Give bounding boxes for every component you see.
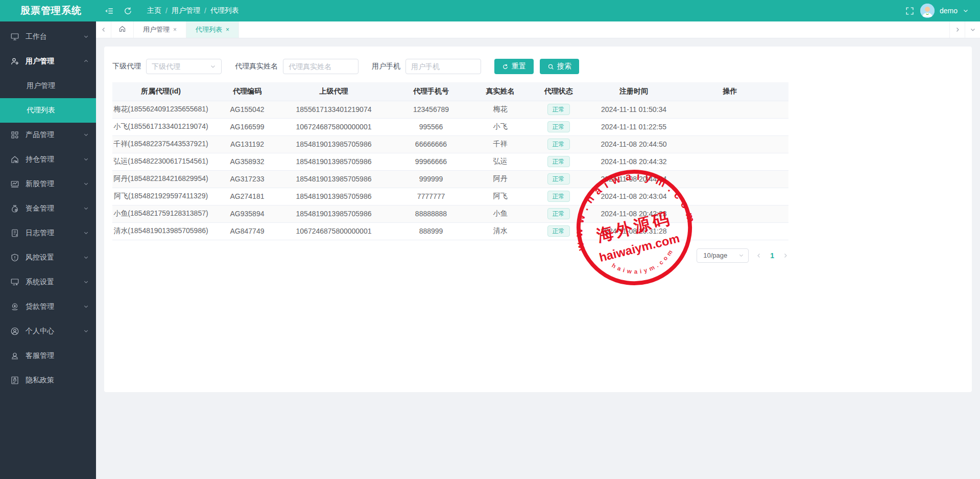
table-cell: AG131192 [209,135,285,153]
status-badge: 正常 [547,191,570,202]
table-row: 小飞(1855617133401219074)AG166599106724687… [112,118,788,135]
home-icon [118,25,126,34]
breadcrumb-user-mgmt[interactable]: 用户管理 [172,6,200,15]
collapse-menu-icon[interactable] [104,6,114,16]
app-title: 股票管理系统 [0,4,96,17]
table-cell [672,101,788,118]
table-cell [672,222,788,240]
phone-input[interactable] [411,62,475,71]
table-cell: 2024-11-08 20:44:50 [596,135,672,153]
table-cell: 2024-11-08 20:42:23 [596,205,672,222]
prev-page-icon[interactable] [756,253,762,259]
status-badge: 正常 [547,173,570,185]
table-cell [672,170,788,188]
table-cell: 1854819013985705986 [285,188,383,205]
monitor-icon [10,32,19,41]
user-circle-icon [10,327,19,336]
tab-home[interactable] [111,21,134,38]
user-settings-icon [10,57,19,66]
sidebar-item-workbench[interactable]: 工作台 [0,25,96,49]
sidebar-subitem-user-management[interactable]: 用户管理 [0,74,96,98]
tabs-scroll-right-icon[interactable] [949,21,965,38]
sidebar-item-personal-center[interactable]: 个人中心 [0,319,96,344]
table-body: 梅花(1855624091235655681)AG155042185561713… [112,101,788,240]
chevron-down-icon [83,327,89,335]
tab-bar: 用户管理 × 代理列表 × [96,21,980,38]
pagination: 10/page 1 [112,248,788,263]
table-cell: AG358932 [209,153,285,170]
fullscreen-icon[interactable] [905,6,915,16]
sidebar-item-user-management[interactable]: 用户管理 [0,49,96,74]
notebook-icon [10,229,19,238]
refresh-icon[interactable] [123,6,133,16]
status-badge: 正常 [547,225,570,237]
sidebar-item-log-management[interactable]: 日志管理 [0,221,96,245]
table-cell [672,205,788,222]
table-cell: AG155042 [209,101,285,118]
table-header-cell: 代理编码 [209,82,285,101]
breadcrumb-agent-list[interactable]: 代理列表 [210,6,239,15]
sidebar-item-new-stock-management[interactable]: 新股管理 [0,172,96,196]
tabs-menu-chevron-icon[interactable] [965,21,980,38]
agent-select-input[interactable] [152,62,210,71]
agent-select[interactable] [146,59,222,74]
tab-user-management[interactable]: 用户管理 × [134,21,186,38]
breadcrumb-home[interactable]: 主页 [147,6,161,15]
sidebar-item-position-management[interactable]: 持仓管理 [0,147,96,172]
top-bar: 股票管理系统 主页 / 用户管理 / 代理列表 demo [0,0,980,21]
phone-field[interactable] [405,59,481,74]
agent-filter-label: 下级代理 [112,62,141,71]
table-cell: 888999 [383,222,480,240]
sidebar-item-customer-service[interactable]: 客服管理 [0,344,96,368]
close-icon[interactable]: × [173,26,177,33]
table-cell: AG274181 [209,188,285,205]
table-cell [672,135,788,153]
table-cell: 2024-11-08 20:31:28 [596,222,672,240]
table-cell: 123456789 [383,101,480,118]
table-cell: 正常 [521,222,596,240]
table-cell: 小飞(1855617133401219074) [112,118,209,135]
table-cell: 1854819013985705986 [285,153,383,170]
chevron-down-icon [738,253,744,258]
current-page[interactable]: 1 [770,252,774,260]
sidebar-item-privacy-policy[interactable]: 隐私政策 [0,368,96,393]
avatar[interactable] [920,4,935,18]
chevron-up-icon [83,57,89,65]
table-row: 梅花(1855624091235655681)AG155042185561713… [112,101,788,118]
sidebar-item-risk-settings[interactable]: 风控设置 [0,245,96,270]
table-cell: 正常 [521,135,596,153]
table-cell: 7777777 [383,188,480,205]
sidebar-item-system-settings[interactable]: 系统设置 [0,270,96,294]
status-badge: 正常 [547,156,570,167]
page-size-select[interactable]: 10/page [697,248,749,263]
agent-list-card: 下级代理 代理真实姓名 用户手机 重置 [104,47,972,392]
user-menu-chevron-icon[interactable] [963,8,969,14]
table-cell: 88888888 [383,205,480,222]
table-row: 阿丹(1854822184216829954)AG317233185481901… [112,170,788,188]
close-icon[interactable]: × [226,26,229,33]
tab-agent-list[interactable]: 代理列表 × [186,21,239,38]
tabs-scroll-left-icon[interactable] [96,21,111,38]
loan-icon [10,302,19,311]
table-header-cell: 上级代理 [285,82,383,101]
search-button[interactable]: 搜索 [540,59,579,74]
table-cell: 1855617133401219074 [285,101,383,118]
sidebar-item-product-management[interactable]: 产品管理 [0,123,96,147]
status-badge: 正常 [547,121,570,132]
table-row: 阿飞(1854821929597411329)AG274181185481901… [112,188,788,205]
reset-button[interactable]: 重置 [494,59,534,74]
table-cell: AG166599 [209,118,285,135]
sidebar-item-funds-management[interactable]: 资金管理 [0,196,96,221]
table-cell: 小飞 [480,118,521,135]
table-row: 弘运(1854822300617154561)AG358932185481901… [112,153,788,170]
table-cell: 千祥 [480,135,521,153]
sidebar-item-loan-management[interactable]: 贷款管理 [0,294,96,319]
sidebar-subitem-agent-list[interactable]: 代理列表 [0,98,96,123]
table-cell: 66666666 [383,135,480,153]
table-cell: 2024-11-08 20:44:32 [596,153,672,170]
sidebar: 工作台 用户管理 用户管理 代理列表 产品管理 持仓管理 新股管理 [0,21,96,479]
realname-input[interactable] [289,62,353,71]
username[interactable]: demo [940,7,958,15]
realname-field[interactable] [283,59,358,74]
next-page-icon[interactable] [782,253,788,259]
